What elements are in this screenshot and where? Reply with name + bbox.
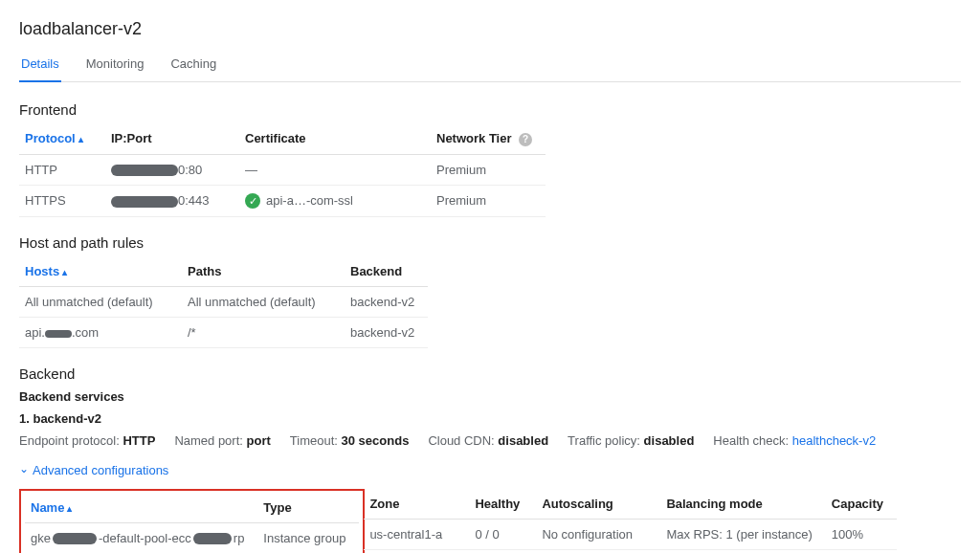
backend-member-row[interactable]: us-central1-a 0 / 0 No configuration Max…: [364, 520, 897, 550]
col-ipport[interactable]: IP:Port: [105, 123, 239, 154]
hosts-post: .com: [72, 325, 99, 340]
highlight-box: Name Type gke-default-pool-eccrp Instanc…: [19, 489, 365, 553]
cert-value: ✓api-a…-com-ssl: [239, 185, 431, 217]
col-cert[interactable]: Certificate: [239, 123, 431, 154]
cdn-label: Cloud CDN:: [428, 433, 494, 448]
col-balancing[interactable]: Balancing mode: [660, 489, 825, 520]
timeout-val: 30 seconds: [342, 433, 410, 448]
chevron-down-icon: [19, 463, 33, 477]
name-mid: -default-pool-ecc: [99, 531, 191, 545]
cert-text: api-a…-com-ssl: [266, 193, 353, 208]
hostpath-table: Hosts Paths Backend All unmatched (defau…: [19, 256, 428, 348]
col-healthy[interactable]: Healthy: [469, 489, 536, 520]
cdn-val: disabled: [498, 433, 548, 448]
port-suffix: 0:443: [178, 193, 210, 208]
protocol-value: HTTPS: [19, 185, 105, 217]
col-type[interactable]: Type: [257, 493, 359, 523]
namedport-label: Named port:: [174, 433, 243, 448]
hosts-value: All unmatched (default): [19, 287, 182, 318]
col-zone[interactable]: Zone: [364, 489, 469, 520]
tab-caching[interactable]: Caching: [168, 49, 218, 81]
help-icon[interactable]: ?: [519, 133, 532, 146]
hosts-value: api..com: [19, 318, 182, 348]
backend-member-row[interactable]: gke-default-pool-eccrp Instance group: [25, 523, 359, 553]
page-title: loadbalancer-v2: [19, 19, 961, 39]
redacted-host: [45, 330, 72, 338]
tier-value: Premium: [431, 154, 546, 185]
col-name[interactable]: Name: [25, 493, 257, 523]
backend-members-left: Name Type gke-default-pool-eccrp Instanc…: [25, 493, 359, 553]
col-hosts[interactable]: Hosts: [19, 256, 182, 287]
name-post: rp: [234, 531, 245, 545]
tab-details[interactable]: Details: [19, 49, 61, 82]
traffic-val: disabled: [644, 433, 695, 448]
paths-value: /*: [182, 318, 345, 348]
zone-value: us-central1-a: [364, 520, 469, 550]
backend-value: backend-v2: [345, 318, 428, 348]
paths-value: All unmatched (default): [182, 287, 345, 318]
frontend-table: Protocol IP:Port Certificate Network Tie…: [19, 123, 546, 217]
backend-heading: Backend: [19, 365, 961, 382]
healthy-value: 0 / 0: [469, 520, 536, 550]
col-protocol[interactable]: Protocol: [19, 123, 105, 154]
autoscaling-value: No configuration: [536, 520, 660, 550]
frontend-row: HTTP 0:80 — Premium: [19, 154, 546, 185]
tabs-bar: Details Monitoring Caching: [19, 49, 961, 82]
tier-value: Premium: [431, 185, 546, 217]
hostpath-row: All unmatched (default) All unmatched (d…: [19, 287, 428, 318]
col-paths[interactable]: Paths: [182, 256, 345, 287]
redacted-name: [53, 533, 97, 544]
backend-members-right: Zone Healthy Autoscaling Balancing mode …: [364, 489, 897, 550]
name-value: gke-default-pool-eccrp: [25, 523, 257, 553]
name-pre: gke: [31, 531, 51, 545]
endpoint-val: HTTP: [122, 433, 155, 448]
hc-label: Health check:: [713, 433, 789, 448]
redacted-ip: [111, 196, 178, 208]
type-value: Instance group: [257, 523, 359, 553]
col-tier[interactable]: Network Tier ?: [431, 123, 546, 154]
balancing-value: Max RPS: 1 (per instance): [660, 520, 825, 550]
tab-monitoring[interactable]: Monitoring: [84, 49, 146, 81]
backend-service-label: 1. backend-v2: [19, 411, 961, 426]
traffic-label: Traffic policy:: [568, 433, 640, 448]
advanced-config-toggle[interactable]: Advanced configurations: [19, 463, 168, 477]
col-backend[interactable]: Backend: [345, 256, 428, 287]
hostpath-heading: Host and path rules: [19, 234, 961, 251]
namedport-val: port: [247, 433, 271, 448]
frontend-heading: Frontend: [19, 101, 961, 118]
backend-props: Endpoint protocol: HTTP Named port: port…: [19, 433, 961, 448]
endpoint-label: Endpoint protocol:: [19, 433, 120, 448]
advanced-config-label: Advanced configurations: [33, 463, 168, 477]
healthcheck-link[interactable]: healthcheck-v2: [792, 433, 876, 448]
capacity-value: 100%: [826, 520, 897, 550]
cert-value: —: [239, 154, 431, 185]
col-tier-label: Network Tier: [436, 131, 512, 145]
redacted-name2: [193, 533, 232, 544]
col-capacity[interactable]: Capacity: [826, 489, 897, 520]
ipport-value: 0:80: [105, 154, 239, 185]
hosts-pre: api.: [25, 325, 45, 340]
timeout-label: Timeout:: [290, 433, 338, 448]
frontend-row: HTTPS 0:443 ✓api-a…-com-ssl Premium: [19, 185, 546, 217]
redacted-ip: [111, 165, 178, 176]
protocol-value: HTTP: [19, 154, 105, 185]
hostpath-row: api..com /* backend-v2: [19, 318, 428, 348]
check-icon: ✓: [245, 193, 260, 209]
col-autoscaling[interactable]: Autoscaling: [536, 489, 660, 520]
port-suffix: 0:80: [178, 163, 202, 177]
backend-services-heading: Backend services: [19, 389, 961, 404]
backend-value: backend-v2: [345, 287, 428, 318]
ipport-value: 0:443: [105, 185, 239, 217]
